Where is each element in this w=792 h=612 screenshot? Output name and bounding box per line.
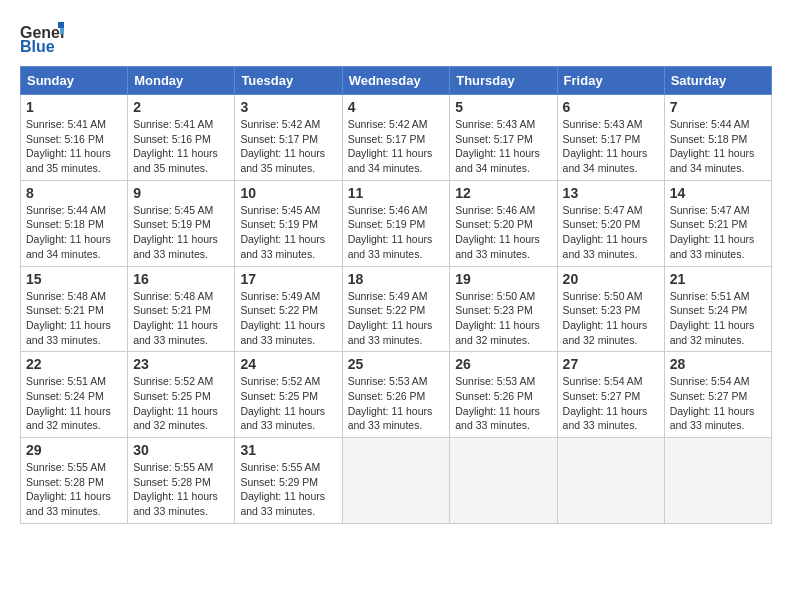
day-number: 2 bbox=[133, 99, 229, 115]
day-info: Sunrise: 5:53 AMSunset: 5:26 PMDaylight:… bbox=[348, 374, 445, 433]
svg-marker-2 bbox=[58, 22, 64, 28]
day-number: 8 bbox=[26, 185, 122, 201]
day-number: 24 bbox=[240, 356, 336, 372]
day-info: Sunrise: 5:44 AMSunset: 5:18 PMDaylight:… bbox=[26, 203, 122, 262]
day-info: Sunrise: 5:47 AMSunset: 5:20 PMDaylight:… bbox=[563, 203, 659, 262]
day-info: Sunrise: 5:45 AMSunset: 5:19 PMDaylight:… bbox=[133, 203, 229, 262]
calendar-week-3: 15 Sunrise: 5:48 AMSunset: 5:21 PMDaylig… bbox=[21, 266, 772, 352]
calendar-cell: 21 Sunrise: 5:51 AMSunset: 5:24 PMDaylig… bbox=[664, 266, 771, 352]
calendar-cell: 7 Sunrise: 5:44 AMSunset: 5:18 PMDayligh… bbox=[664, 95, 771, 181]
day-number: 14 bbox=[670, 185, 766, 201]
day-info: Sunrise: 5:51 AMSunset: 5:24 PMDaylight:… bbox=[670, 289, 766, 348]
day-info: Sunrise: 5:55 AMSunset: 5:29 PMDaylight:… bbox=[240, 460, 336, 519]
calendar-cell: 6 Sunrise: 5:43 AMSunset: 5:17 PMDayligh… bbox=[557, 95, 664, 181]
day-number: 15 bbox=[26, 271, 122, 287]
column-header-monday: Monday bbox=[128, 67, 235, 95]
day-number: 7 bbox=[670, 99, 766, 115]
calendar-cell: 13 Sunrise: 5:47 AMSunset: 5:20 PMDaylig… bbox=[557, 180, 664, 266]
calendar-cell: 10 Sunrise: 5:45 AMSunset: 5:19 PMDaylig… bbox=[235, 180, 342, 266]
calendar-cell: 4 Sunrise: 5:42 AMSunset: 5:17 PMDayligh… bbox=[342, 95, 450, 181]
day-number: 10 bbox=[240, 185, 336, 201]
day-number: 3 bbox=[240, 99, 336, 115]
day-number: 1 bbox=[26, 99, 122, 115]
calendar-cell: 3 Sunrise: 5:42 AMSunset: 5:17 PMDayligh… bbox=[235, 95, 342, 181]
calendar-cell: 8 Sunrise: 5:44 AMSunset: 5:18 PMDayligh… bbox=[21, 180, 128, 266]
calendar-cell: 2 Sunrise: 5:41 AMSunset: 5:16 PMDayligh… bbox=[128, 95, 235, 181]
calendar-cell: 29 Sunrise: 5:55 AMSunset: 5:28 PMDaylig… bbox=[21, 438, 128, 524]
calendar-table: SundayMondayTuesdayWednesdayThursdayFrid… bbox=[20, 66, 772, 524]
day-info: Sunrise: 5:54 AMSunset: 5:27 PMDaylight:… bbox=[563, 374, 659, 433]
calendar-cell: 25 Sunrise: 5:53 AMSunset: 5:26 PMDaylig… bbox=[342, 352, 450, 438]
calendar-cell: 1 Sunrise: 5:41 AMSunset: 5:16 PMDayligh… bbox=[21, 95, 128, 181]
day-info: Sunrise: 5:49 AMSunset: 5:22 PMDaylight:… bbox=[240, 289, 336, 348]
day-number: 22 bbox=[26, 356, 122, 372]
day-number: 9 bbox=[133, 185, 229, 201]
day-number: 4 bbox=[348, 99, 445, 115]
calendar-cell: 24 Sunrise: 5:52 AMSunset: 5:25 PMDaylig… bbox=[235, 352, 342, 438]
calendar-cell: 26 Sunrise: 5:53 AMSunset: 5:26 PMDaylig… bbox=[450, 352, 557, 438]
svg-marker-3 bbox=[60, 28, 64, 34]
day-number: 21 bbox=[670, 271, 766, 287]
calendar-cell: 19 Sunrise: 5:50 AMSunset: 5:23 PMDaylig… bbox=[450, 266, 557, 352]
calendar-cell bbox=[557, 438, 664, 524]
calendar-cell: 9 Sunrise: 5:45 AMSunset: 5:19 PMDayligh… bbox=[128, 180, 235, 266]
day-info: Sunrise: 5:53 AMSunset: 5:26 PMDaylight:… bbox=[455, 374, 551, 433]
day-info: Sunrise: 5:50 AMSunset: 5:23 PMDaylight:… bbox=[455, 289, 551, 348]
day-number: 13 bbox=[563, 185, 659, 201]
column-header-saturday: Saturday bbox=[664, 67, 771, 95]
day-info: Sunrise: 5:55 AMSunset: 5:28 PMDaylight:… bbox=[26, 460, 122, 519]
day-info: Sunrise: 5:45 AMSunset: 5:19 PMDaylight:… bbox=[240, 203, 336, 262]
calendar-cell: 27 Sunrise: 5:54 AMSunset: 5:27 PMDaylig… bbox=[557, 352, 664, 438]
calendar-cell: 22 Sunrise: 5:51 AMSunset: 5:24 PMDaylig… bbox=[21, 352, 128, 438]
day-number: 27 bbox=[563, 356, 659, 372]
calendar-cell: 20 Sunrise: 5:50 AMSunset: 5:23 PMDaylig… bbox=[557, 266, 664, 352]
calendar-cell: 17 Sunrise: 5:49 AMSunset: 5:22 PMDaylig… bbox=[235, 266, 342, 352]
day-number: 28 bbox=[670, 356, 766, 372]
calendar-cell: 12 Sunrise: 5:46 AMSunset: 5:20 PMDaylig… bbox=[450, 180, 557, 266]
column-header-sunday: Sunday bbox=[21, 67, 128, 95]
logo-icon: General Blue bbox=[20, 20, 64, 56]
calendar-cell bbox=[450, 438, 557, 524]
calendar-cell: 15 Sunrise: 5:48 AMSunset: 5:21 PMDaylig… bbox=[21, 266, 128, 352]
day-info: Sunrise: 5:42 AMSunset: 5:17 PMDaylight:… bbox=[348, 117, 445, 176]
day-number: 29 bbox=[26, 442, 122, 458]
day-number: 31 bbox=[240, 442, 336, 458]
day-info: Sunrise: 5:43 AMSunset: 5:17 PMDaylight:… bbox=[455, 117, 551, 176]
day-number: 11 bbox=[348, 185, 445, 201]
day-info: Sunrise: 5:48 AMSunset: 5:21 PMDaylight:… bbox=[26, 289, 122, 348]
day-info: Sunrise: 5:41 AMSunset: 5:16 PMDaylight:… bbox=[133, 117, 229, 176]
day-info: Sunrise: 5:48 AMSunset: 5:21 PMDaylight:… bbox=[133, 289, 229, 348]
calendar-week-2: 8 Sunrise: 5:44 AMSunset: 5:18 PMDayligh… bbox=[21, 180, 772, 266]
calendar-cell: 30 Sunrise: 5:55 AMSunset: 5:28 PMDaylig… bbox=[128, 438, 235, 524]
calendar-week-1: 1 Sunrise: 5:41 AMSunset: 5:16 PMDayligh… bbox=[21, 95, 772, 181]
day-info: Sunrise: 5:44 AMSunset: 5:18 PMDaylight:… bbox=[670, 117, 766, 176]
day-info: Sunrise: 5:54 AMSunset: 5:27 PMDaylight:… bbox=[670, 374, 766, 433]
day-number: 12 bbox=[455, 185, 551, 201]
day-info: Sunrise: 5:42 AMSunset: 5:17 PMDaylight:… bbox=[240, 117, 336, 176]
day-info: Sunrise: 5:52 AMSunset: 5:25 PMDaylight:… bbox=[240, 374, 336, 433]
day-number: 16 bbox=[133, 271, 229, 287]
calendar-week-4: 22 Sunrise: 5:51 AMSunset: 5:24 PMDaylig… bbox=[21, 352, 772, 438]
day-info: Sunrise: 5:52 AMSunset: 5:25 PMDaylight:… bbox=[133, 374, 229, 433]
day-number: 17 bbox=[240, 271, 336, 287]
day-info: Sunrise: 5:43 AMSunset: 5:17 PMDaylight:… bbox=[563, 117, 659, 176]
calendar-header-row: SundayMondayTuesdayWednesdayThursdayFrid… bbox=[21, 67, 772, 95]
calendar-week-5: 29 Sunrise: 5:55 AMSunset: 5:28 PMDaylig… bbox=[21, 438, 772, 524]
calendar-cell bbox=[664, 438, 771, 524]
calendar-cell: 23 Sunrise: 5:52 AMSunset: 5:25 PMDaylig… bbox=[128, 352, 235, 438]
day-info: Sunrise: 5:46 AMSunset: 5:20 PMDaylight:… bbox=[455, 203, 551, 262]
day-number: 30 bbox=[133, 442, 229, 458]
calendar-cell bbox=[342, 438, 450, 524]
column-header-friday: Friday bbox=[557, 67, 664, 95]
svg-text:Blue: Blue bbox=[20, 38, 55, 55]
calendar-cell: 18 Sunrise: 5:49 AMSunset: 5:22 PMDaylig… bbox=[342, 266, 450, 352]
day-number: 26 bbox=[455, 356, 551, 372]
day-number: 6 bbox=[563, 99, 659, 115]
day-number: 25 bbox=[348, 356, 445, 372]
column-header-thursday: Thursday bbox=[450, 67, 557, 95]
day-number: 5 bbox=[455, 99, 551, 115]
day-number: 19 bbox=[455, 271, 551, 287]
day-number: 23 bbox=[133, 356, 229, 372]
column-header-tuesday: Tuesday bbox=[235, 67, 342, 95]
day-info: Sunrise: 5:55 AMSunset: 5:28 PMDaylight:… bbox=[133, 460, 229, 519]
